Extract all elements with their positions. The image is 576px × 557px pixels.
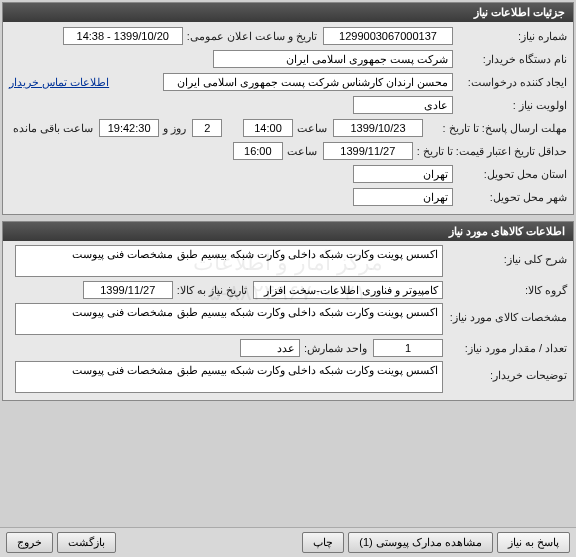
need-date-value: 1399/11/27 [83,281,173,299]
deadline-time-value: 14:00 [243,119,293,137]
goods-info-header: اطلاعات کالاهای مورد نیاز [3,222,573,241]
goods-info-panel: اطلاعات کالاهای مورد نیاز شرح کلی نیاز: … [2,221,574,401]
valid-date-value: 1399/11/27 [323,142,413,160]
qty-label: تعداد / مقدار مورد نیاز: [447,342,567,355]
deadline-label: مهلت ارسال پاسخ: تا تاریخ : [427,122,567,135]
time-remaining-value: 19:42:30 [99,119,159,137]
creator-value: محسن ارندان کارشناس شرکت پست جمهوری اسلا… [163,73,453,91]
valid-time-value: 16:00 [233,142,283,160]
unit-label: واحد شمارش: [304,342,367,355]
buyer-notes-label: توضیحات خریدار: [447,361,567,382]
exit-button[interactable]: خروج [6,532,53,553]
days-label: روز و [163,122,186,135]
contact-link[interactable]: اطلاعات تماس خریدار [9,76,109,89]
announce-value: 1399/10/20 - 14:38 [63,27,183,45]
back-button[interactable]: بازگشت [57,532,116,553]
valid-label: حداقل تاریخ اعتبار قیمت: [457,145,567,158]
qty-value: 1 [373,339,443,357]
creator-label: ایجاد کننده درخواست: [457,76,567,89]
desc-label: شرح کلی نیاز: [447,245,567,266]
valid-time-label: ساعت [287,145,317,158]
print-button[interactable]: چاپ [302,532,344,553]
need-date-label: تاریخ نیاز به کالا: [177,284,247,297]
org-value: شرکت پست جمهوری اسلامی ایران [213,50,453,68]
spec-value [15,303,443,335]
buyer-notes-value [15,361,443,393]
need-details-header: جزئیات اطلاعات نیاز [3,3,573,22]
need-no-label: شماره نیاز: [457,30,567,43]
need-no-value: 1299003067000137 [323,27,453,45]
valid-until-label: تا تاریخ : [417,145,453,158]
remain-label: ساعت باقی مانده [13,122,93,135]
need-details-panel: جزئیات اطلاعات نیاز شماره نیاز: 12990030… [2,2,574,215]
city-label: شهر محل تحویل: [457,191,567,204]
group-value: کامپیوتر و فناوری اطلاعات-سخت افزار [253,281,443,299]
unit-value: عدد [240,339,300,357]
attachments-button[interactable]: مشاهده مدارک پیوستی (1) [348,532,493,553]
days-remaining-value: 2 [192,119,222,137]
deadline-time-label: ساعت [297,122,327,135]
desc-value [15,245,443,277]
priority-value: عادی [353,96,453,114]
priority-label: اولویت نیاز : [457,99,567,112]
group-label: گروه کالا: [447,284,567,297]
province-label: استان محل تحویل: [457,168,567,181]
deadline-date-value: 1399/10/23 [333,119,423,137]
button-bar: پاسخ به نیاز مشاهده مدارک پیوستی (1) چاپ… [0,527,576,557]
announce-label: تاریخ و ساعت اعلان عمومی: [187,30,317,43]
province-value: تهران [353,165,453,183]
respond-button[interactable]: پاسخ به نیاز [497,532,570,553]
org-label: نام دستگاه خریدار: [457,53,567,66]
city-value: تهران [353,188,453,206]
spec-label: مشخصات کالای مورد نیاز: [447,303,567,324]
